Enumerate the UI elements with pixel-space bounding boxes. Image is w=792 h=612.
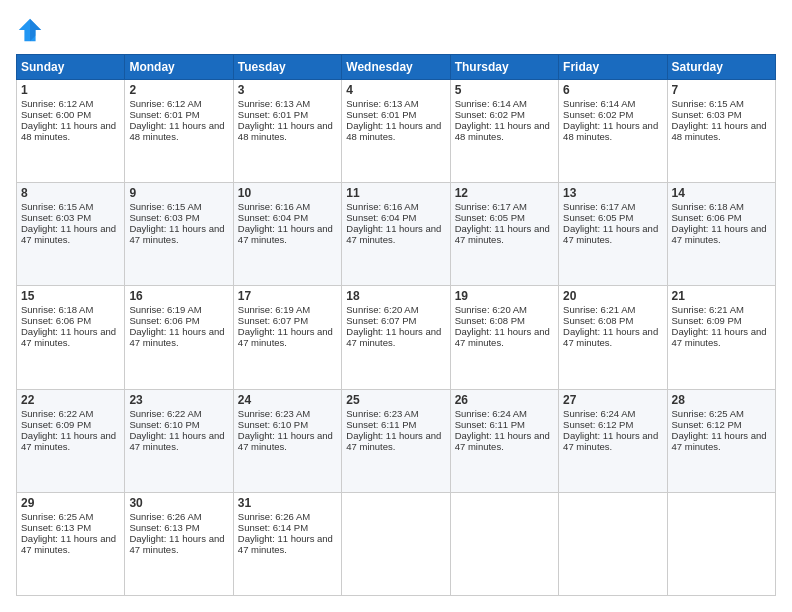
sunrise-label: Sunrise: 6:22 AM xyxy=(129,408,201,419)
sunrise-label: Sunrise: 6:17 AM xyxy=(563,201,635,212)
sunrise-label: Sunrise: 6:16 AM xyxy=(238,201,310,212)
day-number: 23 xyxy=(129,393,228,407)
sunrise-label: Sunrise: 6:13 AM xyxy=(238,98,310,109)
sunset-label: Sunset: 6:12 PM xyxy=(672,419,742,430)
calendar-cell: 6 Sunrise: 6:14 AM Sunset: 6:02 PM Dayli… xyxy=(559,80,667,183)
day-number: 27 xyxy=(563,393,662,407)
sunrise-label: Sunrise: 6:21 AM xyxy=(672,304,744,315)
calendar-cell: 15 Sunrise: 6:18 AM Sunset: 6:06 PM Dayl… xyxy=(17,286,125,389)
page: SundayMondayTuesdayWednesdayThursdayFrid… xyxy=(0,0,792,612)
sunrise-label: Sunrise: 6:25 AM xyxy=(21,511,93,522)
calendar-cell: 4 Sunrise: 6:13 AM Sunset: 6:01 PM Dayli… xyxy=(342,80,450,183)
day-number: 1 xyxy=(21,83,120,97)
sunrise-label: Sunrise: 6:12 AM xyxy=(129,98,201,109)
daylight-label: Daylight: 11 hours and 48 minutes. xyxy=(563,120,658,142)
daylight-label: Daylight: 11 hours and 47 minutes. xyxy=(346,223,441,245)
daylight-label: Daylight: 11 hours and 47 minutes. xyxy=(238,326,333,348)
sunset-label: Sunset: 6:13 PM xyxy=(21,522,91,533)
day-number: 10 xyxy=(238,186,337,200)
daylight-label: Daylight: 11 hours and 47 minutes. xyxy=(129,326,224,348)
sunrise-label: Sunrise: 6:17 AM xyxy=(455,201,527,212)
day-header-thursday: Thursday xyxy=(450,55,558,80)
sunrise-label: Sunrise: 6:15 AM xyxy=(21,201,93,212)
sunrise-label: Sunrise: 6:14 AM xyxy=(563,98,635,109)
sunrise-label: Sunrise: 6:21 AM xyxy=(563,304,635,315)
daylight-label: Daylight: 11 hours and 47 minutes. xyxy=(563,326,658,348)
daylight-label: Daylight: 11 hours and 47 minutes. xyxy=(563,430,658,452)
daylight-label: Daylight: 11 hours and 48 minutes. xyxy=(346,120,441,142)
day-number: 22 xyxy=(21,393,120,407)
sunset-label: Sunset: 6:10 PM xyxy=(238,419,308,430)
calendar-cell: 24 Sunrise: 6:23 AM Sunset: 6:10 PM Dayl… xyxy=(233,389,341,492)
daylight-label: Daylight: 11 hours and 47 minutes. xyxy=(563,223,658,245)
sunrise-label: Sunrise: 6:20 AM xyxy=(346,304,418,315)
day-number: 31 xyxy=(238,496,337,510)
sunset-label: Sunset: 6:10 PM xyxy=(129,419,199,430)
sunrise-label: Sunrise: 6:20 AM xyxy=(455,304,527,315)
day-number: 4 xyxy=(346,83,445,97)
sunset-label: Sunset: 6:12 PM xyxy=(563,419,633,430)
calendar-cell: 22 Sunrise: 6:22 AM Sunset: 6:09 PM Dayl… xyxy=(17,389,125,492)
day-number: 9 xyxy=(129,186,228,200)
daylight-label: Daylight: 11 hours and 47 minutes. xyxy=(129,533,224,555)
day-number: 6 xyxy=(563,83,662,97)
day-number: 15 xyxy=(21,289,120,303)
day-number: 20 xyxy=(563,289,662,303)
calendar-cell: 3 Sunrise: 6:13 AM Sunset: 6:01 PM Dayli… xyxy=(233,80,341,183)
daylight-label: Daylight: 11 hours and 47 minutes. xyxy=(21,430,116,452)
daylight-label: Daylight: 11 hours and 47 minutes. xyxy=(346,430,441,452)
sunset-label: Sunset: 6:07 PM xyxy=(346,315,416,326)
calendar-cell: 16 Sunrise: 6:19 AM Sunset: 6:06 PM Dayl… xyxy=(125,286,233,389)
sunset-label: Sunset: 6:01 PM xyxy=(346,109,416,120)
sunset-label: Sunset: 6:04 PM xyxy=(238,212,308,223)
daylight-label: Daylight: 11 hours and 48 minutes. xyxy=(129,120,224,142)
sunset-label: Sunset: 6:08 PM xyxy=(455,315,525,326)
calendar-cell: 9 Sunrise: 6:15 AM Sunset: 6:03 PM Dayli… xyxy=(125,183,233,286)
calendar-cell: 2 Sunrise: 6:12 AM Sunset: 6:01 PM Dayli… xyxy=(125,80,233,183)
day-number: 26 xyxy=(455,393,554,407)
sunrise-label: Sunrise: 6:15 AM xyxy=(672,98,744,109)
day-header-tuesday: Tuesday xyxy=(233,55,341,80)
day-number: 19 xyxy=(455,289,554,303)
calendar-cell: 19 Sunrise: 6:20 AM Sunset: 6:08 PM Dayl… xyxy=(450,286,558,389)
daylight-label: Daylight: 11 hours and 47 minutes. xyxy=(346,326,441,348)
sunrise-label: Sunrise: 6:19 AM xyxy=(129,304,201,315)
calendar-cell: 13 Sunrise: 6:17 AM Sunset: 6:05 PM Dayl… xyxy=(559,183,667,286)
sunset-label: Sunset: 6:03 PM xyxy=(129,212,199,223)
calendar-header-row: SundayMondayTuesdayWednesdayThursdayFrid… xyxy=(17,55,776,80)
sunrise-label: Sunrise: 6:24 AM xyxy=(563,408,635,419)
sunrise-label: Sunrise: 6:18 AM xyxy=(21,304,93,315)
calendar-week-row: 22 Sunrise: 6:22 AM Sunset: 6:09 PM Dayl… xyxy=(17,389,776,492)
calendar-cell: 23 Sunrise: 6:22 AM Sunset: 6:10 PM Dayl… xyxy=(125,389,233,492)
daylight-label: Daylight: 11 hours and 47 minutes. xyxy=(455,223,550,245)
day-number: 28 xyxy=(672,393,771,407)
calendar-cell: 21 Sunrise: 6:21 AM Sunset: 6:09 PM Dayl… xyxy=(667,286,775,389)
calendar-cell: 11 Sunrise: 6:16 AM Sunset: 6:04 PM Dayl… xyxy=(342,183,450,286)
day-number: 13 xyxy=(563,186,662,200)
daylight-label: Daylight: 11 hours and 47 minutes. xyxy=(672,223,767,245)
day-number: 8 xyxy=(21,186,120,200)
day-number: 14 xyxy=(672,186,771,200)
daylight-label: Daylight: 11 hours and 47 minutes. xyxy=(238,223,333,245)
day-number: 29 xyxy=(21,496,120,510)
day-number: 2 xyxy=(129,83,228,97)
sunrise-label: Sunrise: 6:23 AM xyxy=(238,408,310,419)
daylight-label: Daylight: 11 hours and 48 minutes. xyxy=(238,120,333,142)
sunset-label: Sunset: 6:01 PM xyxy=(129,109,199,120)
daylight-label: Daylight: 11 hours and 47 minutes. xyxy=(672,430,767,452)
daylight-label: Daylight: 11 hours and 47 minutes. xyxy=(238,430,333,452)
daylight-label: Daylight: 11 hours and 48 minutes. xyxy=(672,120,767,142)
day-number: 5 xyxy=(455,83,554,97)
day-number: 18 xyxy=(346,289,445,303)
day-number: 12 xyxy=(455,186,554,200)
calendar-cell: 25 Sunrise: 6:23 AM Sunset: 6:11 PM Dayl… xyxy=(342,389,450,492)
sunrise-label: Sunrise: 6:14 AM xyxy=(455,98,527,109)
day-number: 11 xyxy=(346,186,445,200)
calendar-week-row: 8 Sunrise: 6:15 AM Sunset: 6:03 PM Dayli… xyxy=(17,183,776,286)
calendar-week-row: 29 Sunrise: 6:25 AM Sunset: 6:13 PM Dayl… xyxy=(17,492,776,595)
daylight-label: Daylight: 11 hours and 48 minutes. xyxy=(21,120,116,142)
sunset-label: Sunset: 6:09 PM xyxy=(672,315,742,326)
sunset-label: Sunset: 6:02 PM xyxy=(563,109,633,120)
daylight-label: Daylight: 11 hours and 47 minutes. xyxy=(129,223,224,245)
sunrise-label: Sunrise: 6:24 AM xyxy=(455,408,527,419)
